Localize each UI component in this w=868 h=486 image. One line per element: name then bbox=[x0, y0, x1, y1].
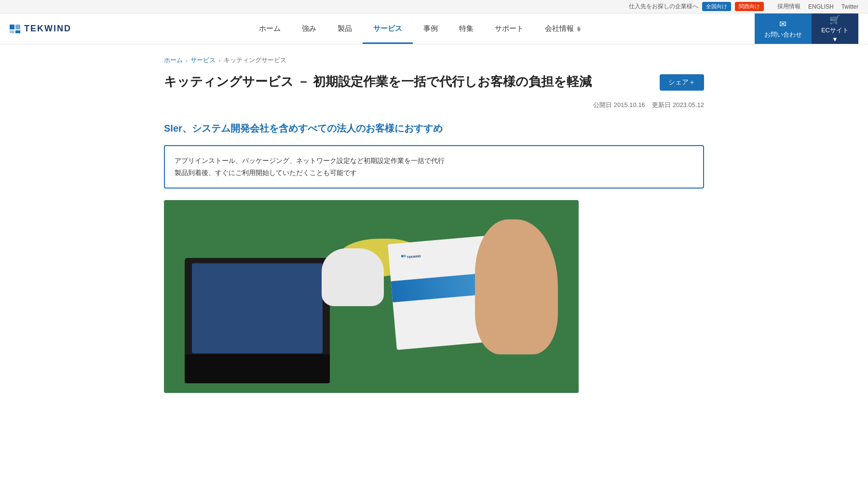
barcode-scanner bbox=[322, 248, 384, 306]
top-bar-right: 採用情報 ENGLISH Twitter bbox=[777, 2, 858, 11]
laptop-keyboard bbox=[185, 354, 330, 383]
site-header: TEKWIND ホーム 強み 製品 サービス 事例 特集 サポート 会社情報 ✉… bbox=[0, 14, 868, 44]
image-inner: TEKWIND bbox=[164, 200, 579, 393]
highlight-box: アプリインストール、パッケージング、ネットワーク設定など初期設定作業を一括で代行… bbox=[164, 145, 704, 189]
laptop-screen bbox=[192, 263, 323, 353]
nav-products[interactable]: 製品 bbox=[327, 14, 363, 44]
breadcrumb-home[interactable]: ホーム bbox=[164, 56, 183, 65]
recruit-link[interactable]: 採用情報 bbox=[777, 2, 800, 11]
box-tekwind-logo: TEKWIND bbox=[401, 252, 426, 261]
top-bar-left: 仕入先をお探しの企業様へ 全国向け 関西向け bbox=[629, 2, 764, 11]
cart-icon: 🛒 bbox=[829, 14, 840, 25]
nav-support[interactable]: サポート bbox=[484, 14, 534, 44]
nav-service[interactable]: サービス bbox=[363, 14, 413, 44]
section-heading: SIer、システム開発会社を含めすべての法人のお客様におすすめ bbox=[164, 121, 704, 135]
svg-rect-3 bbox=[15, 30, 20, 33]
box-logo-text: TEKWIND bbox=[401, 252, 426, 262]
nav-strength[interactable]: 強み bbox=[291, 14, 327, 44]
mail-icon: ✉ bbox=[779, 19, 787, 29]
english-link[interactable]: ENGLISH bbox=[808, 3, 834, 10]
nav-home[interactable]: ホーム bbox=[248, 14, 291, 44]
logo[interactable]: TEKWIND bbox=[10, 24, 87, 34]
main-content: ホーム › サービス › キッティングサービス キッティングサービス － 初期設… bbox=[145, 44, 723, 405]
main-navigation: ホーム 強み 製品 サービス 事例 特集 サポート 会社情報 bbox=[87, 14, 755, 44]
ec-label: ECサイト bbox=[821, 26, 849, 35]
highlight-line1: アプリインストール、パッケージング、ネットワーク設定など初期設定作業を一括で代行 bbox=[175, 155, 693, 167]
kitting-image: TEKWIND bbox=[164, 200, 579, 393]
breadcrumb-current: キッティングサービス bbox=[224, 56, 286, 65]
ec-button[interactable]: 🛒 ECサイト ▼ bbox=[812, 14, 858, 44]
logo-text: TEKWIND bbox=[24, 24, 71, 34]
svg-rect-2 bbox=[10, 30, 14, 33]
hand-shape bbox=[475, 219, 558, 354]
nav-cases[interactable]: 事例 bbox=[413, 14, 448, 44]
page-title: キッティングサービス － 初期設定作業を一括で代行しお客様の負担を軽減 bbox=[164, 72, 592, 91]
header-actions: ✉ お問い合わせ 🛒 ECサイト ▼ bbox=[755, 14, 858, 44]
svg-rect-1 bbox=[15, 25, 20, 29]
logo-svg bbox=[10, 25, 21, 33]
gear-icon bbox=[576, 26, 583, 32]
update-date: 更新日 2023.05.12 bbox=[652, 101, 704, 108]
breadcrumb-service[interactable]: サービス bbox=[190, 56, 216, 65]
nav-company[interactable]: 会社情報 bbox=[534, 14, 593, 44]
svg-rect-4 bbox=[401, 255, 404, 257]
ec-arrow: ▼ bbox=[832, 36, 838, 43]
laptop-shape bbox=[185, 258, 330, 364]
badge-kansai[interactable]: 関西向け bbox=[735, 2, 764, 11]
badge-all[interactable]: 全国向け bbox=[702, 2, 731, 11]
breadcrumb-sep2: › bbox=[218, 57, 220, 64]
page-title-area: キッティングサービス － 初期設定作業を一括で代行しお客様の負担を軽減 シェア＋ bbox=[164, 72, 704, 91]
highlight-line2: 製品到着後、すぐにご利用開始していただくことも可能です bbox=[175, 167, 693, 179]
contact-label: お問い合わせ bbox=[764, 30, 802, 39]
svg-rect-5 bbox=[404, 255, 406, 257]
supplier-intro-text: 仕入先をお探しの企業様へ bbox=[629, 2, 698, 11]
publish-date: 公開日 2015.10.16 bbox=[593, 101, 645, 108]
svg-text:TEKWIND: TEKWIND bbox=[407, 255, 421, 259]
breadcrumb: ホーム › サービス › キッティングサービス bbox=[164, 56, 704, 65]
twitter-link[interactable]: Twitter bbox=[841, 3, 858, 10]
logo-icon bbox=[10, 25, 21, 33]
breadcrumb-sep1: › bbox=[186, 57, 188, 64]
contact-button[interactable]: ✉ お問い合わせ bbox=[755, 14, 812, 44]
share-button[interactable]: シェア＋ bbox=[660, 74, 704, 91]
date-info: 公開日 2015.10.16 更新日 2023.05.12 bbox=[164, 101, 704, 109]
top-utility-bar: 仕入先をお探しの企業様へ 全国向け 関西向け 採用情報 ENGLISH Twit… bbox=[0, 0, 868, 14]
svg-rect-0 bbox=[10, 25, 14, 29]
nav-features[interactable]: 特集 bbox=[448, 14, 484, 44]
